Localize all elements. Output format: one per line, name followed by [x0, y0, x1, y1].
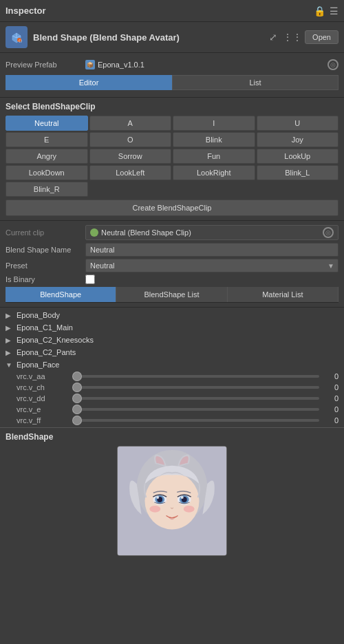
slider-row-aa: vrc.v_aa 0 — [0, 371, 344, 382]
open-button[interactable]: Open — [305, 30, 338, 44]
slider-value-e: 0 — [325, 405, 338, 414]
blend-btn-lookright[interactable]: LookRight — [173, 165, 255, 180]
tree-item-epona-body[interactable]: ▶ Epona_Body — [0, 309, 344, 321]
blend-btn-blink[interactable]: Blink — [173, 132, 255, 147]
blend-tab-material-list[interactable]: Material List — [228, 287, 338, 302]
blend-btn-u[interactable]: U — [257, 116, 339, 131]
preview-img-container — [6, 446, 338, 556]
resize-icon[interactable]: ⤢ — [269, 32, 277, 43]
slider-value-aa: 0 — [325, 372, 338, 380]
create-blend-shape-button[interactable]: Create BlendShapeClip — [6, 200, 338, 216]
current-clip-section: Current clip Neutral (Blend Shape Clip) … — [0, 221, 344, 308]
current-clip-value: Neutral (Blend Shape Clip) ◎ — [85, 225, 338, 240]
blend-btn-angry[interactable]: Angry — [6, 149, 88, 164]
preset-row: Preset Neutral A I U E O Blink Joy Angry… — [6, 259, 338, 272]
blend-buttons-grid: Neutral A I U E O Blink Joy Angry Sorrow… — [6, 116, 338, 180]
blend-btn-i[interactable]: I — [173, 116, 255, 131]
tree-arrow-c1: ▶ — [6, 324, 14, 332]
tree-arrow-face: ▼ — [6, 361, 14, 369]
preview-prefab-row: Preview Prefab 📦 Epona_v1.0.1 ◎ — [6, 57, 338, 72]
preset-select[interactable]: Neutral A I U E O Blink Joy Angry Sorrow… — [85, 259, 338, 272]
blend-btn-neutral[interactable]: Neutral — [6, 116, 88, 131]
prefab-icon: 📦 — [85, 60, 95, 69]
slider-track-aa[interactable] — [77, 375, 319, 378]
blend-btn-sorrow[interactable]: Sorrow — [89, 149, 172, 164]
is-binary-checkbox[interactable] — [85, 275, 95, 284]
slider-label-aa: vrc.v_aa — [17, 372, 72, 380]
slider-row-dd: vrc.v_dd 0 — [0, 393, 344, 404]
blend-btn-fun[interactable]: Fun — [173, 149, 255, 164]
slider-label-ff: vrc.v_ff — [17, 416, 72, 425]
tab-list[interactable]: List — [172, 75, 338, 90]
current-clip-label: Current clip — [6, 228, 81, 237]
blend-btn-a[interactable]: A — [89, 116, 172, 131]
prefab-name: Epona_v1.0.1 — [98, 61, 144, 69]
slider-track-ff[interactable] — [77, 419, 319, 422]
blend-shape-name-label: Blend Shape Name — [6, 246, 81, 254]
svg-point-14 — [149, 506, 160, 513]
blend-tab-bar: BlendShape BlendShape List Material List — [6, 287, 338, 303]
preset-label: Preset — [6, 261, 81, 270]
tree-label-face: Epona_Face — [17, 361, 59, 369]
slider-label-ch: vrc.v_ch — [17, 383, 72, 391]
blend-tab-blendshape[interactable]: BlendShape — [6, 287, 116, 302]
blend-btn-lookdown[interactable]: LookDown — [6, 165, 88, 180]
tree-label-c2-knee: Epona_C2_Kneesocks — [17, 336, 94, 344]
slider-row-ch: vrc.v_ch 0 — [0, 382, 344, 393]
preset-select-wrapper: Neutral A I U E O Blink Joy Angry Sorrow… — [85, 259, 338, 272]
tree-arrow-body: ▶ — [6, 312, 14, 319]
preview-prefab-section: Preview Prefab 📦 Epona_v1.0.1 ◎ Editor L… — [0, 53, 344, 98]
is-binary-label: Is Binary — [6, 275, 81, 283]
slider-thumb-e[interactable] — [73, 405, 81, 414]
tree-item-epona-face[interactable]: ▼ Epona_Face — [0, 358, 344, 371]
editor-list-tabbar: Editor List — [6, 75, 338, 90]
blend-btn-blinkl[interactable]: Blink_L — [257, 165, 339, 180]
slider-track-e[interactable] — [77, 408, 319, 411]
slider-thumb-aa[interactable] — [73, 372, 81, 380]
avatar-svg — [118, 446, 226, 556]
blend-btn-blinkr[interactable]: Blink_R — [6, 182, 88, 197]
clip-name: Neutral (Blend Shape Clip) — [101, 228, 191, 237]
lock-icon[interactable]: 🔒 — [314, 6, 325, 17]
title-row: {} Blend Shape (Blend Shape Avatar) ⤢ ⋮⋮… — [0, 22, 344, 53]
blend-btn-joy[interactable]: Joy — [257, 132, 339, 147]
blend-tab-blendshape-list[interactable]: BlendShape List — [116, 287, 227, 302]
slider-row-ff: vrc.v_ff 0 — [0, 415, 344, 426]
tree-arrow-c2-pants: ▶ — [6, 349, 14, 356]
tree-item-epona-c1[interactable]: ▶ Epona_C1_Main — [0, 321, 344, 334]
slider-thumb-ch[interactable] — [73, 383, 81, 391]
tab-editor[interactable]: Editor — [6, 75, 172, 90]
clip-select-icon[interactable]: ◎ — [323, 227, 334, 238]
slider-track-dd[interactable] — [77, 397, 319, 400]
prefab-select-icon[interactable]: ◎ — [327, 59, 338, 70]
slider-thumb-dd[interactable] — [73, 394, 81, 402]
tree-item-epona-c2-pants[interactable]: ▶ Epona_C2_Pants — [0, 346, 344, 358]
tree-item-epona-c2-knee[interactable]: ▶ Epona_C2_Kneesocks — [0, 334, 344, 346]
blend-btn-o[interactable]: O — [89, 132, 172, 147]
menu-icon[interactable]: ☰ — [330, 6, 338, 17]
tree-arrow-c2-knee: ▶ — [6, 336, 14, 344]
slider-label-e: vrc.v_e — [17, 405, 72, 414]
component-title: Blend Shape (Blend Shape Avatar) — [33, 32, 264, 43]
slider-value-dd: 0 — [325, 394, 338, 402]
blend-btn-e[interactable]: E — [6, 132, 88, 147]
blend-btn-lookleft[interactable]: LookLeft — [89, 165, 172, 180]
layout-icon[interactable]: ⋮⋮ — [283, 32, 302, 43]
svg-text:{}: {} — [19, 39, 23, 43]
preview-section-label: BlendShape — [6, 432, 338, 442]
blend-btn-lookup[interactable]: LookUp — [257, 149, 339, 164]
slider-value-ff: 0 — [325, 416, 338, 425]
blend-shape-select-section: Select BlendShapeClip Neutral A I U E O … — [0, 98, 344, 221]
preview-prefab-value: 📦 Epona_v1.0.1 — [85, 60, 323, 69]
slider-track-ch[interactable] — [77, 386, 319, 389]
slider-thumb-ff[interactable] — [73, 416, 81, 425]
inspector-header: Inspector 🔒 ☰ — [0, 0, 344, 22]
current-clip-row: Current clip Neutral (Blend Shape Clip) … — [6, 225, 338, 240]
blend-shape-name-input[interactable] — [85, 243, 338, 257]
svg-point-15 — [184, 506, 195, 513]
is-binary-row: Is Binary — [6, 275, 338, 284]
title-actions: ⤢ ⋮⋮ Open — [269, 30, 338, 44]
svg-point-13 — [181, 496, 184, 499]
clip-icon — [90, 228, 98, 237]
inspector-title: Inspector — [6, 6, 46, 16]
